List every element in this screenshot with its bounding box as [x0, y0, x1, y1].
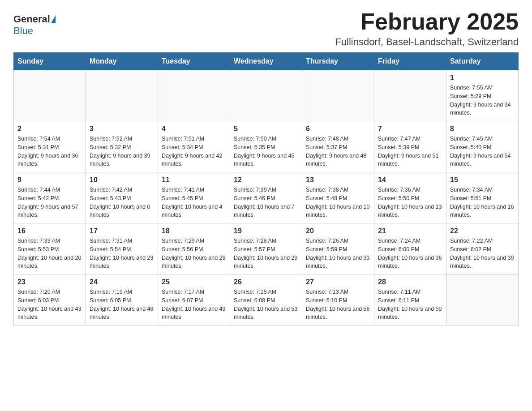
logo-general-text: General — [13, 13, 50, 25]
calendar-day-cell: 4Sunrise: 7:51 AM Sunset: 5:34 PM Daylig… — [158, 121, 230, 172]
title-section: February 2025 Fullinsdorf, Basel-Landsch… — [335, 9, 519, 48]
calendar-day-cell: 13Sunrise: 7:38 AM Sunset: 5:48 PM Dayli… — [302, 172, 374, 223]
day-number: 22 — [450, 227, 515, 235]
day-info: Sunrise: 7:11 AM Sunset: 6:11 PM Dayligh… — [378, 288, 442, 321]
calendar-day-cell: 19Sunrise: 7:28 AM Sunset: 5:57 PM Dayli… — [230, 223, 302, 274]
day-of-week-header: Wednesday — [230, 53, 302, 70]
day-number: 19 — [234, 227, 298, 235]
day-number: 23 — [17, 278, 82, 286]
calendar-day-cell — [158, 70, 230, 121]
calendar-day-cell: 14Sunrise: 7:36 AM Sunset: 5:50 PM Dayli… — [374, 172, 446, 223]
day-number: 27 — [306, 278, 370, 286]
calendar-week-row: 2Sunrise: 7:54 AM Sunset: 5:31 PM Daylig… — [14, 121, 519, 172]
day-number: 18 — [162, 227, 226, 235]
calendar-day-cell: 1Sunrise: 7:55 AM Sunset: 5:29 PM Daylig… — [446, 70, 519, 121]
days-of-week-row: SundayMondayTuesdayWednesdayThursdayFrid… — [14, 53, 519, 70]
calendar-day-cell: 3Sunrise: 7:52 AM Sunset: 5:32 PM Daylig… — [86, 121, 158, 172]
calendar-day-cell: 6Sunrise: 7:48 AM Sunset: 5:37 PM Daylig… — [302, 121, 374, 172]
day-of-week-header: Tuesday — [158, 53, 230, 70]
calendar-day-cell — [374, 70, 446, 121]
calendar-day-cell: 26Sunrise: 7:15 AM Sunset: 6:08 PM Dayli… — [230, 274, 302, 325]
day-info: Sunrise: 7:20 AM Sunset: 6:03 PM Dayligh… — [17, 288, 82, 321]
day-info: Sunrise: 7:26 AM Sunset: 5:59 PM Dayligh… — [306, 237, 370, 270]
day-number: 8 — [450, 125, 515, 133]
calendar-day-cell: 25Sunrise: 7:17 AM Sunset: 6:07 PM Dayli… — [158, 274, 230, 325]
calendar-day-cell: 20Sunrise: 7:26 AM Sunset: 5:59 PM Dayli… — [302, 223, 374, 274]
calendar-day-cell — [14, 70, 86, 121]
day-number: 2 — [17, 125, 82, 133]
day-number: 21 — [378, 227, 442, 235]
calendar-day-cell — [86, 70, 158, 121]
calendar-day-cell: 18Sunrise: 7:29 AM Sunset: 5:56 PM Dayli… — [158, 223, 230, 274]
calendar-day-cell: 9Sunrise: 7:44 AM Sunset: 5:42 PM Daylig… — [14, 172, 86, 223]
calendar-day-cell — [302, 70, 374, 121]
day-info: Sunrise: 7:29 AM Sunset: 5:56 PM Dayligh… — [162, 237, 226, 270]
calendar-day-cell: 2Sunrise: 7:54 AM Sunset: 5:31 PM Daylig… — [14, 121, 86, 172]
day-number: 17 — [90, 227, 154, 235]
day-number: 3 — [90, 125, 154, 133]
logo-triangle-icon — [51, 15, 56, 23]
day-info: Sunrise: 7:45 AM Sunset: 5:40 PM Dayligh… — [450, 135, 515, 168]
day-info: Sunrise: 7:52 AM Sunset: 5:32 PM Dayligh… — [90, 135, 154, 168]
day-number: 10 — [90, 176, 154, 184]
calendar-body: 1Sunrise: 7:55 AM Sunset: 5:29 PM Daylig… — [14, 70, 519, 325]
day-number: 1 — [450, 74, 515, 82]
day-info: Sunrise: 7:54 AM Sunset: 5:31 PM Dayligh… — [17, 135, 82, 168]
calendar-week-row: 23Sunrise: 7:20 AM Sunset: 6:03 PM Dayli… — [14, 274, 519, 325]
calendar-day-cell: 21Sunrise: 7:24 AM Sunset: 6:00 PM Dayli… — [374, 223, 446, 274]
day-info: Sunrise: 7:13 AM Sunset: 6:10 PM Dayligh… — [306, 288, 370, 321]
day-info: Sunrise: 7:31 AM Sunset: 5:54 PM Dayligh… — [90, 237, 154, 270]
day-number: 13 — [306, 176, 370, 184]
calendar-day-cell — [230, 70, 302, 121]
day-number: 5 — [234, 125, 298, 133]
calendar-week-row: 1Sunrise: 7:55 AM Sunset: 5:29 PM Daylig… — [14, 70, 519, 121]
day-info: Sunrise: 7:28 AM Sunset: 5:57 PM Dayligh… — [234, 237, 298, 270]
calendar-day-cell — [446, 274, 519, 325]
day-info: Sunrise: 7:48 AM Sunset: 5:37 PM Dayligh… — [306, 135, 370, 168]
calendar-day-cell: 12Sunrise: 7:39 AM Sunset: 5:46 PM Dayli… — [230, 172, 302, 223]
day-number: 4 — [162, 125, 226, 133]
day-info: Sunrise: 7:22 AM Sunset: 6:02 PM Dayligh… — [450, 237, 515, 270]
month-title: February 2025 — [335, 9, 519, 34]
day-info: Sunrise: 7:39 AM Sunset: 5:46 PM Dayligh… — [234, 186, 298, 219]
day-number: 15 — [450, 176, 515, 184]
calendar-day-cell: 7Sunrise: 7:47 AM Sunset: 5:39 PM Daylig… — [374, 121, 446, 172]
calendar-day-cell: 15Sunrise: 7:34 AM Sunset: 5:51 PM Dayli… — [446, 172, 519, 223]
day-number: 24 — [90, 278, 154, 286]
day-number: 26 — [234, 278, 298, 286]
day-info: Sunrise: 7:42 AM Sunset: 5:43 PM Dayligh… — [90, 186, 154, 219]
calendar-day-cell: 16Sunrise: 7:33 AM Sunset: 5:53 PM Dayli… — [14, 223, 86, 274]
calendar-day-cell: 10Sunrise: 7:42 AM Sunset: 5:43 PM Dayli… — [86, 172, 158, 223]
day-number: 11 — [162, 176, 226, 184]
day-number: 16 — [17, 227, 82, 235]
calendar-day-cell: 22Sunrise: 7:22 AM Sunset: 6:02 PM Dayli… — [446, 223, 519, 274]
day-of-week-header: Monday — [86, 53, 158, 70]
calendar-day-cell: 27Sunrise: 7:13 AM Sunset: 6:10 PM Dayli… — [302, 274, 374, 325]
day-number: 9 — [17, 176, 82, 184]
day-number: 25 — [162, 278, 226, 286]
day-info: Sunrise: 7:19 AM Sunset: 6:05 PM Dayligh… — [90, 288, 154, 321]
day-of-week-header: Thursday — [302, 53, 374, 70]
day-info: Sunrise: 7:47 AM Sunset: 5:39 PM Dayligh… — [378, 135, 442, 168]
calendar-day-cell: 11Sunrise: 7:41 AM Sunset: 5:45 PM Dayli… — [158, 172, 230, 223]
calendar-header: SundayMondayTuesdayWednesdayThursdayFrid… — [14, 53, 519, 70]
calendar-day-cell: 28Sunrise: 7:11 AM Sunset: 6:11 PM Dayli… — [374, 274, 446, 325]
calendar-day-cell: 5Sunrise: 7:50 AM Sunset: 5:35 PM Daylig… — [230, 121, 302, 172]
day-info: Sunrise: 7:38 AM Sunset: 5:48 PM Dayligh… — [306, 186, 370, 219]
day-number: 7 — [378, 125, 442, 133]
day-number: 28 — [378, 278, 442, 286]
day-info: Sunrise: 7:44 AM Sunset: 5:42 PM Dayligh… — [17, 186, 82, 219]
day-info: Sunrise: 7:34 AM Sunset: 5:51 PM Dayligh… — [450, 186, 515, 219]
logo: General Blue — [13, 13, 56, 37]
day-info: Sunrise: 7:50 AM Sunset: 5:35 PM Dayligh… — [234, 135, 298, 168]
day-of-week-header: Saturday — [446, 53, 519, 70]
calendar-table: SundayMondayTuesdayWednesdayThursdayFrid… — [13, 52, 519, 325]
day-info: Sunrise: 7:17 AM Sunset: 6:07 PM Dayligh… — [162, 288, 226, 321]
day-number: 12 — [234, 176, 298, 184]
calendar-week-row: 9Sunrise: 7:44 AM Sunset: 5:42 PM Daylig… — [14, 172, 519, 223]
day-number: 6 — [306, 125, 370, 133]
calendar-day-cell: 23Sunrise: 7:20 AM Sunset: 6:03 PM Dayli… — [14, 274, 86, 325]
day-of-week-header: Sunday — [14, 53, 86, 70]
day-number: 14 — [378, 176, 442, 184]
day-info: Sunrise: 7:55 AM Sunset: 5:29 PM Dayligh… — [450, 84, 515, 117]
